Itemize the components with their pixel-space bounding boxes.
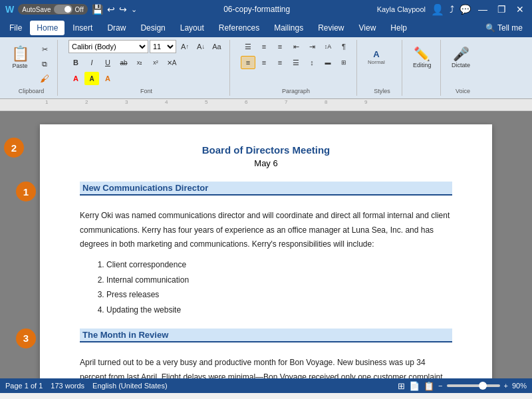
redo-icon[interactable]: ↪: [119, 4, 127, 15]
justify-button[interactable]: ☰: [289, 56, 303, 69]
document-page[interactable]: 2 Board of Directors Meeting May 6 1 New…: [40, 124, 492, 378]
menu-review[interactable]: Review: [311, 21, 350, 35]
list-item: Updating the website: [106, 303, 452, 318]
list-item: Client correspondence: [106, 257, 452, 273]
status-bar: Page 1 of 1 173 words English (United St…: [0, 378, 532, 393]
section3-heading-text: The Month in Review: [82, 330, 168, 340]
language: English (United States): [92, 382, 168, 390]
numbering-button[interactable]: ≡: [257, 40, 271, 53]
menu-layout[interactable]: Layout: [174, 21, 211, 35]
menu-references[interactable]: References: [212, 21, 266, 35]
styles-button[interactable]: A Normal: [368, 40, 385, 74]
bold-button[interactable]: B: [68, 56, 83, 69]
highlight-button[interactable]: A: [84, 72, 99, 85]
ruler: 1 2 3 4 5 6 7 8 9: [0, 99, 532, 111]
ribbon-group-styles: A Normal Styles: [362, 40, 402, 96]
zoom-percent[interactable]: 90%: [512, 382, 527, 390]
dictate-button[interactable]: 🎤 Dictate: [452, 40, 470, 74]
zoom-plus-btn[interactable]: +: [504, 382, 508, 390]
ribbon-group-editing: ✏️ Editing: [408, 40, 441, 96]
menu-design[interactable]: Design: [134, 21, 172, 35]
menu-draw[interactable]: Draw: [100, 21, 132, 35]
account-icon[interactable]: 👤: [431, 3, 444, 16]
close-btn[interactable]: ✕: [513, 4, 527, 15]
autosave-label: AutoSave: [22, 6, 51, 13]
underline-button[interactable]: U: [100, 56, 115, 69]
section3-body: April turned out to be a very busy and p…: [80, 356, 452, 378]
bullets-button[interactable]: ☰: [241, 40, 255, 53]
share-icon[interactable]: ⤴: [450, 4, 454, 15]
align-center-button[interactable]: ≡: [257, 56, 271, 69]
section3-heading: The Month in Review: [80, 329, 452, 342]
save-icon[interactable]: 💾: [92, 4, 103, 15]
word-count: 173 words: [51, 382, 84, 390]
menu-mailings[interactable]: Mailings: [267, 21, 310, 35]
title-bar: W AutoSave Off 💾 ↩ ↪ ⌄ 06-copy-formattin…: [0, 0, 532, 19]
font-label: Font: [63, 88, 229, 94]
section-3: 3 The Month in Review April turned out t…: [80, 329, 452, 378]
title-bar-left: W AutoSave Off 💾 ↩ ↪ ⌄: [5, 4, 137, 15]
autosave-toggle[interactable]: [54, 5, 72, 14]
minimize-btn[interactable]: —: [476, 4, 489, 15]
editing-button[interactable]: ✏️ Editing: [413, 40, 432, 74]
view-normal-icon[interactable]: ⊞: [398, 381, 405, 391]
show-marks-button[interactable]: ¶: [336, 40, 351, 53]
clipboard-label: Clipboard: [5, 88, 57, 94]
user-name: Kayla Claypool: [377, 5, 426, 13]
doc-date: May 6: [80, 158, 452, 168]
paste-button[interactable]: 📋 Paste: [5, 40, 35, 74]
menu-file[interactable]: File: [3, 21, 29, 35]
subscript-button[interactable]: x₂: [132, 56, 147, 69]
increase-font-size-button[interactable]: A↑: [178, 40, 192, 53]
list-item: Press releases: [106, 287, 452, 303]
borders-button[interactable]: ⊞: [336, 56, 351, 69]
voice-label: Voice: [446, 88, 479, 94]
font-color-button[interactable]: A: [68, 72, 83, 85]
italic-button[interactable]: I: [84, 56, 99, 69]
superscript-button[interactable]: x²: [148, 56, 163, 69]
shading-button[interactable]: ▬: [321, 56, 335, 69]
undo-icon[interactable]: ↩: [107, 4, 115, 15]
view-web-icon[interactable]: 📋: [424, 381, 434, 391]
zoom-slider[interactable]: [447, 384, 500, 387]
dictate-label: Dictate: [452, 62, 470, 68]
align-left-button[interactable]: ≡: [241, 56, 255, 69]
increase-indent-button[interactable]: ⇥: [305, 40, 319, 53]
change-case-button[interactable]: Aa: [209, 40, 224, 53]
list-item: Internal communication: [106, 273, 452, 288]
zoom-minus-btn[interactable]: −: [438, 382, 442, 390]
ribbon-group-clipboard: 📋 Paste ✂ ⧉ 🖌 Clipboard: [5, 40, 58, 96]
sort-button[interactable]: ↕A: [321, 40, 335, 53]
align-right-button[interactable]: ≡: [273, 56, 287, 69]
format-painter-button[interactable]: 🖌: [37, 72, 52, 85]
step3-badge: 3: [16, 329, 36, 348]
step2-number: 2: [11, 142, 17, 154]
decrease-font-size-button[interactable]: A↓: [194, 40, 208, 53]
ribbon-group-font: Calibri (Body) 11 A↑ A↓ Aa B I U ab x₂ x…: [63, 40, 230, 96]
filename-text: 06-copy-formatting: [223, 5, 290, 14]
clear-formatting-button[interactable]: ✕A: [164, 56, 179, 69]
decrease-indent-button[interactable]: ⇤: [289, 40, 303, 53]
search-tellme[interactable]: 🔍 Tell me: [479, 21, 529, 35]
cut-button[interactable]: ✂: [37, 43, 52, 56]
menu-view[interactable]: View: [352, 21, 383, 35]
line-spacing-button[interactable]: ↕: [305, 56, 319, 69]
menu-home[interactable]: Home: [30, 21, 65, 35]
customize-icon[interactable]: ⌄: [131, 5, 137, 14]
menu-help[interactable]: Help: [384, 21, 414, 35]
font-color2-button[interactable]: A: [100, 72, 115, 85]
menu-insert[interactable]: Insert: [66, 21, 99, 35]
comments-icon[interactable]: 💬: [460, 4, 471, 15]
doc-title: Board of Directors Meeting: [80, 144, 452, 156]
strikethrough-button[interactable]: ab: [116, 56, 131, 69]
editing-label: Editing: [413, 62, 432, 68]
restore-btn[interactable]: ❐: [495, 4, 508, 15]
autosave-badge[interactable]: AutoSave Off: [18, 4, 88, 15]
view-read-icon[interactable]: 📄: [409, 381, 420, 391]
font-size-select[interactable]: 11: [150, 40, 176, 53]
multilevel-list-button[interactable]: ≡: [273, 40, 287, 53]
font-family-select[interactable]: Calibri (Body): [68, 40, 148, 53]
copy-button[interactable]: ⧉: [37, 57, 52, 70]
ribbon-group-paragraph: ☰ ≡ ≡ ⇤ ⇥ ↕A ¶ ≡ ≡ ≡ ☰ ↕ ▬ ⊞ Paragraph: [235, 40, 357, 96]
page-info: Page 1 of 1: [5, 382, 43, 390]
